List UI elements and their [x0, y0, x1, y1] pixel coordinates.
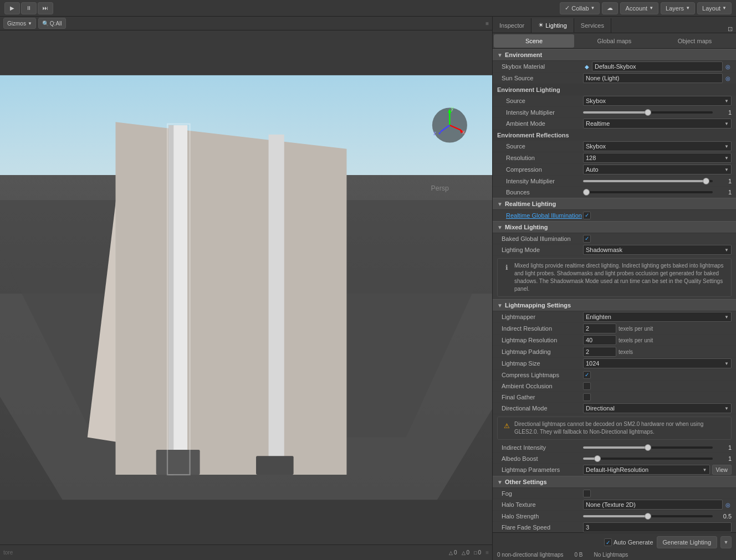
- step-button[interactable]: ⏭: [38, 2, 53, 14]
- flare-fade-input[interactable]: [583, 522, 732, 532]
- auto-generate-check[interactable]: [604, 538, 612, 546]
- generate-lighting-button[interactable]: Generate Lighting: [657, 536, 717, 548]
- lightmap-size-dropdown[interactable]: 1024 ▼: [583, 358, 732, 368]
- svg-text:Persp: Persp: [431, 184, 449, 192]
- lightmap-padding-input[interactable]: [583, 347, 616, 357]
- tab-lighting[interactable]: ☀ Lighting: [531, 18, 574, 33]
- subtab-scene[interactable]: Scene: [494, 34, 574, 48]
- scene-area: Gizmos ▼ 🔍 Q:All ≡: [0, 17, 492, 560]
- env-intensity-value: 1: [583, 109, 732, 116]
- compress-check[interactable]: [583, 371, 591, 379]
- fog-check[interactable]: [583, 490, 591, 497]
- panel-options-button[interactable]: ≡: [485, 20, 489, 27]
- layers-button[interactable]: Layers ▼: [661, 2, 695, 14]
- pause-button[interactable]: ⏸: [21, 2, 37, 14]
- refl-intensity-slider[interactable]: 1: [583, 178, 732, 184]
- subtab-global-maps[interactable]: Global maps: [574, 34, 655, 48]
- subtab-object-maps[interactable]: Object maps: [655, 34, 735, 48]
- directional-mode-dropdown[interactable]: Directional ▼: [583, 403, 732, 413]
- sun-source-value: None (Light) ◎: [583, 73, 732, 83]
- play-button[interactable]: ▶: [4, 2, 20, 14]
- final-gather-row: Final Gather: [493, 392, 736, 403]
- svg-marker-6: [115, 122, 346, 475]
- halo-strength-slider[interactable]: 0.5: [583, 513, 732, 520]
- lightmap-res-value: texels per unit: [583, 335, 732, 345]
- env-source-dropdown[interactable]: Skybox ▼: [583, 96, 732, 106]
- panel-scroll[interactable]: ▼ Environment Skybox Material ◆ Default-…: [493, 49, 736, 532]
- ambient-mode-dropdown[interactable]: Realtime ▼: [583, 119, 732, 129]
- lighting-mode-dropdown[interactable]: Shadowmask ▼: [583, 245, 732, 255]
- svg-text:x: x: [462, 129, 465, 135]
- halo-texture-row: Halo Texture None (Texture 2D) ◎: [493, 499, 736, 511]
- tab-inspector[interactable]: Inspector: [493, 18, 531, 33]
- directional-warning: ⚠ Directional lightmaps cannot be decode…: [497, 417, 732, 440]
- ambient-mode-value: Realtime ▼: [583, 119, 732, 129]
- albedo-boost-slider[interactable]: 1: [583, 455, 732, 462]
- tab-services[interactable]: Services: [574, 18, 611, 33]
- indirect-intensity-row: Indirect Intensity 1: [493, 442, 736, 453]
- mixed-lighting-section-header[interactable]: ▼ Mixed Lighting: [493, 221, 736, 233]
- auto-gen-row: Auto Generate Generate Lighting ▼: [493, 534, 736, 551]
- svg-rect-11: [256, 456, 294, 475]
- sun-source-select-icon[interactable]: ◎: [724, 74, 732, 82]
- vertex-stat: △ 0: [462, 549, 470, 556]
- search-all-button[interactable]: 🔍 Q:All: [38, 18, 66, 29]
- cloud-button[interactable]: ☁: [602, 2, 618, 14]
- refl-source-arrow-icon: ▼: [724, 144, 729, 149]
- panel-expand-icon[interactable]: ⊡: [724, 25, 736, 33]
- ambient-mode-row: Ambient Mode Realtime ▼: [493, 118, 736, 130]
- ambient-occ-check[interactable]: [583, 382, 591, 390]
- refl-source-dropdown[interactable]: Skybox ▼: [583, 141, 732, 151]
- lightmap-params-value: Default-HighResolution ▼ View: [583, 465, 732, 475]
- indirect-intensity-slider[interactable]: 1: [583, 444, 732, 451]
- panel-bottom: Auto Generate Generate Lighting ▼ 0 non-…: [493, 532, 736, 560]
- layout-button[interactable]: Layout ▼: [697, 2, 732, 14]
- refl-intensity-row: Intensity Multiplier 1: [493, 176, 736, 187]
- batch-stat: □ 0: [474, 549, 481, 556]
- sun-source-field[interactable]: None (Light): [583, 73, 723, 83]
- final-gather-check[interactable]: [583, 393, 591, 401]
- svg-rect-8: [168, 125, 173, 475]
- ambient-occ-row: Ambient Occlusion: [493, 381, 736, 392]
- final-gather-checkbox: [583, 393, 732, 401]
- realtime-gi-check[interactable]: [583, 212, 591, 219]
- collab-button[interactable]: ✓ Collab ▼: [560, 2, 600, 14]
- lightmap-params-dropdown[interactable]: Default-HighResolution ▼: [583, 465, 710, 475]
- main-layout: Gizmos ▼ 🔍 Q:All ≡: [0, 17, 736, 560]
- bounces-slider[interactable]: 1: [583, 189, 732, 196]
- skybox-material-select-icon[interactable]: ◎: [724, 63, 732, 70]
- account-arrow-icon: ▼: [649, 6, 653, 11]
- compression-row: Compression Auto ▼: [493, 164, 736, 176]
- vertex-icon: △: [462, 550, 466, 556]
- batch-icon: □: [474, 550, 477, 556]
- other-collapse-icon: ▼: [497, 479, 503, 485]
- lightmap-padding-value: texels: [583, 347, 732, 357]
- triangle-icon: △: [449, 550, 453, 556]
- scene-canvas: x y z Persp: [0, 30, 492, 544]
- skybox-material-field[interactable]: Default-Skybox: [592, 61, 723, 71]
- cloud-icon: ☁: [607, 4, 613, 12]
- layers-arrow-icon: ▼: [686, 6, 690, 11]
- generate-arrow-button[interactable]: ▼: [720, 536, 732, 548]
- realtime-lighting-section-header[interactable]: ▼ Realtime Lighting: [493, 198, 736, 210]
- halo-texture-select-icon[interactable]: ◎: [724, 501, 732, 508]
- resolution-dropdown[interactable]: 128 ▼: [583, 153, 732, 163]
- env-intensity-slider[interactable]: 1: [583, 109, 732, 116]
- other-settings-section-header[interactable]: ▼ Other Settings: [493, 476, 736, 488]
- gizmos-button[interactable]: Gizmos ▼: [3, 18, 36, 29]
- account-button[interactable]: Account ▼: [620, 2, 658, 14]
- skybox-material-row: Skybox Material ◆ Default-Skybox ◎: [493, 61, 736, 73]
- baked-gi-check[interactable]: [583, 235, 591, 243]
- lightmapping-section-header[interactable]: ▼ Lightmapping Settings: [493, 299, 736, 311]
- environment-section-header[interactable]: ▼ Environment: [493, 49, 736, 61]
- halo-texture-field[interactable]: None (Texture 2D): [583, 500, 723, 510]
- flare-fade-row: Flare Fade Speed: [493, 522, 736, 532]
- lightmap-res-input[interactable]: [583, 335, 616, 345]
- lightmap-size-row: Lightmap Size 1024 ▼: [493, 358, 736, 369]
- compression-dropdown[interactable]: Auto ▼: [583, 165, 732, 174]
- panel-menu-icon[interactable]: ≡: [485, 549, 489, 556]
- view-button[interactable]: View: [712, 465, 732, 475]
- skybox-material-picker: ◆ Default-Skybox ◎: [583, 61, 732, 71]
- indirect-res-input[interactable]: [583, 323, 616, 333]
- lightmapper-dropdown[interactable]: Enlighten ▼: [583, 312, 732, 322]
